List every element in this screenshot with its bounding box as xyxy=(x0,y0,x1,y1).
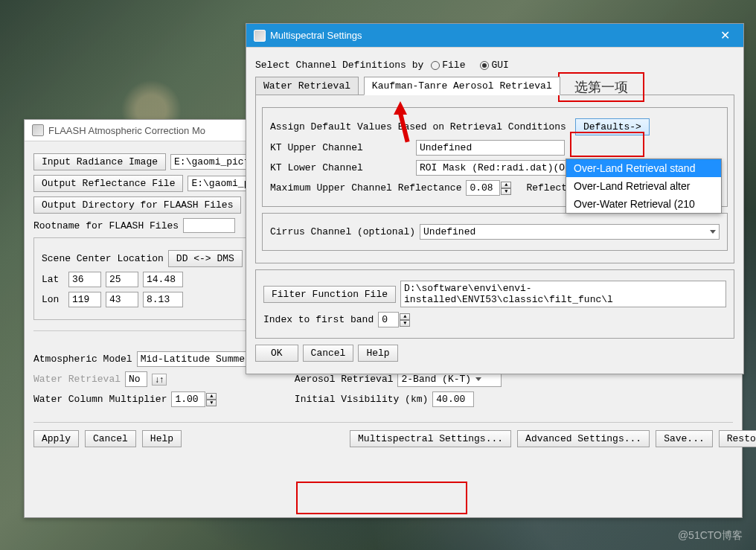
atm-model-label: Atmospheric Model xyxy=(33,354,132,365)
water-col-spinner[interactable]: 1.00 ▲▼ xyxy=(171,391,217,407)
lon-sec[interactable]: 8.13 xyxy=(143,292,183,307)
max-upper-spinner[interactable]: 0.08 ▲▼ xyxy=(466,180,511,196)
input-radiance-button[interactable]: Input Radiance Image xyxy=(33,153,166,170)
water-retrieval-label: Water Retrieval xyxy=(33,374,121,385)
menu-item-over-land-alternate[interactable]: Over-Land Retrieval alter xyxy=(566,177,721,195)
chevron-down-icon xyxy=(475,377,481,381)
output-reflectance-field[interactable]: E:\gaomi_pi xyxy=(188,176,249,191)
lat-label: Lat xyxy=(42,274,64,285)
input-radiance-field[interactable]: E:\gaomi_pictu xyxy=(170,154,248,170)
assign-defaults-label: Assign Default Values Based on Retrieval… xyxy=(270,121,566,132)
defaults-menu: Over-Land Retrieval stand Over-Land Retr… xyxy=(566,159,722,214)
max-upper-label: Maximum Upper Channel Reflectance xyxy=(270,182,461,194)
annotation-select-first: 选第一项 xyxy=(558,72,644,102)
arrow-up-icon[interactable]: ▲ xyxy=(501,182,511,188)
radio-file[interactable]: File xyxy=(431,60,465,71)
init-vis-field[interactable]: 40.00 xyxy=(432,391,474,407)
radio-gui[interactable]: GUI xyxy=(480,60,508,71)
kt-upper-label: KT Upper Channel xyxy=(270,142,411,153)
cirrus-label: Cirrus Channel (optional) xyxy=(270,226,415,237)
aerosol-retrieval-label: Aerosol Retrieval xyxy=(295,374,394,385)
advanced-settings-button[interactable]: Advanced Settings... xyxy=(517,430,650,447)
water-col-label: Water Column Multiplier xyxy=(33,394,167,405)
output-directory-button[interactable]: Output Directory for FLAASH Files xyxy=(33,196,241,214)
lon-label: Lon xyxy=(42,294,64,305)
lat-sec[interactable]: 14.48 xyxy=(143,272,183,287)
water-retrieval-field[interactable]: No xyxy=(125,371,147,387)
tab-water-retrieval[interactable]: Water Retrieval xyxy=(255,77,359,95)
arrow-icon xyxy=(394,101,407,115)
lon-deg[interactable]: 119 xyxy=(68,292,101,307)
app-icon xyxy=(254,30,266,42)
ms-cancel-button[interactable]: Cancel xyxy=(303,345,354,362)
lon-min[interactable]: 43 xyxy=(106,292,138,307)
cirrus-dropdown[interactable]: Undefined xyxy=(420,224,720,240)
cancel-button[interactable]: Cancel xyxy=(85,430,136,447)
watermark: @51CTO博客 xyxy=(678,529,743,543)
filter-function-field[interactable]: D:\software\envi\envi-installed\ENVI53\c… xyxy=(400,281,726,307)
index-first-band-label: Index to first band xyxy=(263,314,374,325)
kt-lower-label: KT Lower Channel xyxy=(270,162,411,173)
highlight-multispectral-button xyxy=(296,482,467,514)
ok-button[interactable]: OK xyxy=(255,345,298,362)
highlight-defaults-button xyxy=(570,132,644,157)
ms-help-button[interactable]: Help xyxy=(358,345,397,362)
multispectral-title: Multispectral Settings xyxy=(270,30,362,41)
arrow-up-icon[interactable]: ▲ xyxy=(400,313,410,320)
app-icon xyxy=(32,124,44,136)
multispectral-settings-button[interactable]: Multispectral Settings... xyxy=(350,430,511,447)
dd-dms-button[interactable]: DD <-> DMS xyxy=(168,250,243,267)
close-icon[interactable]: ✕ xyxy=(714,28,736,42)
arrow-down-icon[interactable]: ▼ xyxy=(400,320,410,327)
lat-min[interactable]: 25 xyxy=(106,272,138,287)
scene-center-label: Scene Center Location xyxy=(42,253,164,264)
annotation-label: 选第一项 xyxy=(574,78,628,96)
lat-deg[interactable]: 36 xyxy=(68,272,101,287)
init-vis-label: Initial Visibility (km) xyxy=(295,394,428,405)
filter-function-button[interactable]: Filter Function File xyxy=(263,286,396,303)
chevron-down-icon xyxy=(710,230,716,234)
arrow-down-icon[interactable]: ▼ xyxy=(501,188,511,195)
menu-item-over-water[interactable]: Over-Water Retrieval (210 xyxy=(566,195,721,213)
help-button[interactable]: Help xyxy=(142,430,182,447)
restore-button[interactable]: Restore... xyxy=(719,430,756,447)
select-channel-label: Select Channel Definitions by xyxy=(255,60,423,71)
arrow-up-icon[interactable]: ▲ xyxy=(206,393,217,400)
rootname-label: Rootname for FLAASH Files xyxy=(33,220,179,231)
index-first-band-spinner[interactable]: 0 ▲▼ xyxy=(378,312,410,327)
swap-icon[interactable]: ↓↑ xyxy=(152,374,167,386)
multispectral-titlebar[interactable]: Multispectral Settings ✕ xyxy=(246,24,743,48)
save-button[interactable]: Save... xyxy=(656,430,713,447)
menu-item-over-land-standard[interactable]: Over-Land Retrieval stand xyxy=(566,159,721,177)
kt-upper-dropdown[interactable]: Undefined xyxy=(416,140,565,156)
arrow-down-icon[interactable]: ▼ xyxy=(206,400,217,406)
flaash-title: FLAASH Atmospheric Correction Mo xyxy=(48,125,205,136)
kt-lower-dropdown[interactable]: ROI Mask (Red:radi.dat)(O xyxy=(416,160,568,176)
tab-aerosol-retrieval[interactable]: Kaufman-Tanre Aerosol Retrieval xyxy=(364,77,560,95)
apply-button[interactable]: Apply xyxy=(33,430,79,447)
rootname-field[interactable] xyxy=(183,218,235,233)
output-reflectance-button[interactable]: Output Reflectance File xyxy=(33,175,183,192)
